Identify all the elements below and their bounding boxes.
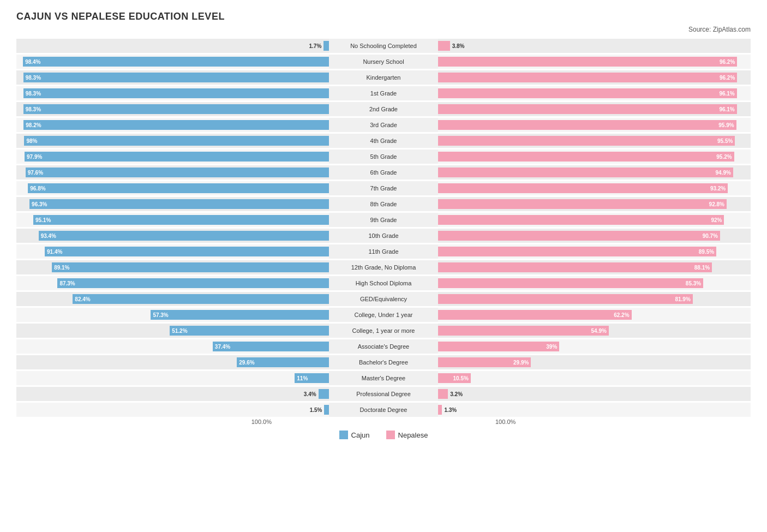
row-label: College, Under 1 year xyxy=(329,308,438,322)
axis-right: 100.0% xyxy=(384,419,751,425)
left-side: 1.5% xyxy=(16,403,329,417)
row-label: 11th Grade xyxy=(329,244,438,259)
right-side: 3.8% xyxy=(438,39,751,53)
cajun-bar: 98% xyxy=(24,136,329,146)
nep-value-inside: 54.9% xyxy=(591,328,607,334)
nep-value-inside: 90.7% xyxy=(703,233,718,239)
cajun-value-inside: 98.2% xyxy=(26,122,41,128)
chart-row: 97.9% 5th Grade 95.2% xyxy=(16,150,751,164)
right-side: 85.3% xyxy=(438,276,751,290)
cajun-value: 3.4% xyxy=(304,391,316,397)
legend-cajun-label: Cajun xyxy=(351,431,370,439)
right-side: 90.7% xyxy=(438,229,751,243)
chart-row: 3.4% Professional Degree 3.2% xyxy=(16,387,751,401)
chart-title: CAJUN VS NEPALESE EDUCATION LEVEL xyxy=(16,11,751,22)
nep-value-inside: 88.1% xyxy=(694,265,710,271)
left-side: 96.8% xyxy=(16,181,329,195)
row-label: Associate's Degree xyxy=(329,339,438,354)
cajun-bar: 93.4% xyxy=(39,231,329,241)
left-side: 87.3% xyxy=(16,276,329,290)
nep-value-inside: 93.2% xyxy=(710,186,726,192)
chart-row: 98.3% 1st Grade 96.1% xyxy=(16,86,751,100)
left-side: 51.2% xyxy=(16,324,329,338)
left-side: 57.3% xyxy=(16,308,329,322)
chart-row: 98.3% 2nd Grade 96.1% xyxy=(16,102,751,116)
cajun-bar: 96.3% xyxy=(29,199,329,209)
nep-value-inside: 95.2% xyxy=(716,154,732,160)
nep-value: 1.3% xyxy=(444,407,457,413)
chart-row: 37.4% Associate's Degree 39% xyxy=(16,339,751,354)
source-label: Source: ZipAtlas.com xyxy=(16,26,751,33)
cajun-bar: 57.3% xyxy=(151,310,329,320)
cajun-bar: 96.8% xyxy=(28,183,329,193)
cajun-value-inside: 87.3% xyxy=(59,280,75,286)
row-label: Bachelor's Degree xyxy=(329,355,438,369)
nepalese-bar: 81.9% xyxy=(438,294,693,304)
nep-value-inside: 96.1% xyxy=(719,91,734,97)
chart-row: 96.8% 7th Grade 93.2% xyxy=(16,181,751,195)
left-side: 98.2% xyxy=(16,118,329,132)
cajun-value-inside: 98.3% xyxy=(26,106,41,112)
chart-row: 89.1% 12th Grade, No Diploma 88.1% xyxy=(16,260,751,274)
nepalese-bar: 92% xyxy=(438,215,724,225)
left-side: 11% xyxy=(16,371,329,385)
nepalese-bar xyxy=(438,389,448,399)
left-side: 98.3% xyxy=(16,70,329,85)
left-side: 95.1% xyxy=(16,213,329,227)
left-side: 96.3% xyxy=(16,197,329,211)
cajun-bar: 29.6% xyxy=(237,357,329,367)
nepalese-bar: 95.2% xyxy=(438,152,734,162)
chart-container: 1.7% No Schooling Completed 3.8% 98.4% N… xyxy=(16,39,751,425)
cajun-bar: 89.1% xyxy=(52,262,329,272)
nep-value: 3.8% xyxy=(452,43,465,49)
nep-value-inside: 92.8% xyxy=(709,201,724,207)
cajun-value-inside: 82.4% xyxy=(75,296,90,302)
nep-value-inside: 95.9% xyxy=(718,122,734,128)
chart-row: 29.6% Bachelor's Degree 29.9% xyxy=(16,355,751,369)
nepalese-bar: 92.8% xyxy=(438,199,727,209)
row-label: Doctorate Degree xyxy=(329,403,438,417)
cajun-value-inside: 98.3% xyxy=(26,75,41,81)
row-label: College, 1 year or more xyxy=(329,324,438,338)
row-label: 5th Grade xyxy=(329,150,438,164)
chart-row: 98.2% 3rd Grade 95.9% xyxy=(16,118,751,132)
row-label: Nursery School xyxy=(329,55,438,69)
nep-value-inside: 29.9% xyxy=(513,360,529,366)
left-side: 98.4% xyxy=(16,55,329,69)
cajun-value-inside: 93.4% xyxy=(41,233,56,239)
cajun-value-inside: 97.9% xyxy=(27,154,42,160)
nep-value: 3.2% xyxy=(450,391,463,397)
cajun-bar: 91.4% xyxy=(45,247,329,256)
right-side: 54.9% xyxy=(438,324,751,338)
row-label: 3rd Grade xyxy=(329,118,438,132)
nepalese-bar: 95.5% xyxy=(438,136,735,146)
right-side: 81.9% xyxy=(438,292,751,306)
nep-value-inside: 95.5% xyxy=(717,138,733,144)
nep-value-inside: 10.5% xyxy=(453,375,468,381)
chart-row: 1.5% Doctorate Degree 1.3% xyxy=(16,403,751,417)
nep-value-inside: 62.2% xyxy=(614,312,629,318)
legend-cajun: Cajun xyxy=(339,431,370,439)
chart-row: 1.7% No Schooling Completed 3.8% xyxy=(16,39,751,53)
nepalese-bar xyxy=(438,41,450,51)
row-label: Professional Degree xyxy=(329,387,438,401)
left-side: 1.7% xyxy=(16,39,329,53)
right-side: 96.1% xyxy=(438,102,751,116)
cajun-value-inside: 95.1% xyxy=(35,217,51,223)
cajun-bar: 51.2% xyxy=(170,326,329,336)
nepalese-bar: 54.9% xyxy=(438,326,609,336)
nep-value-inside: 85.3% xyxy=(686,280,701,286)
right-side: 92.8% xyxy=(438,197,751,211)
nep-value-inside: 89.5% xyxy=(699,249,714,255)
chart-row: 51.2% College, 1 year or more 54.9% xyxy=(16,324,751,338)
right-side: 94.9% xyxy=(438,165,751,180)
row-label: 7th Grade xyxy=(329,181,438,195)
cajun-bar xyxy=(323,41,329,51)
row-label: GED/Equivalency xyxy=(329,292,438,306)
right-side: 29.9% xyxy=(438,355,751,369)
chart-row: 98% 4th Grade 95.5% xyxy=(16,134,751,148)
nepalese-bar: 89.5% xyxy=(438,247,716,256)
row-label: 8th Grade xyxy=(329,197,438,211)
nepalese-bar: 96.1% xyxy=(438,88,737,98)
row-label: 6th Grade xyxy=(329,165,438,180)
